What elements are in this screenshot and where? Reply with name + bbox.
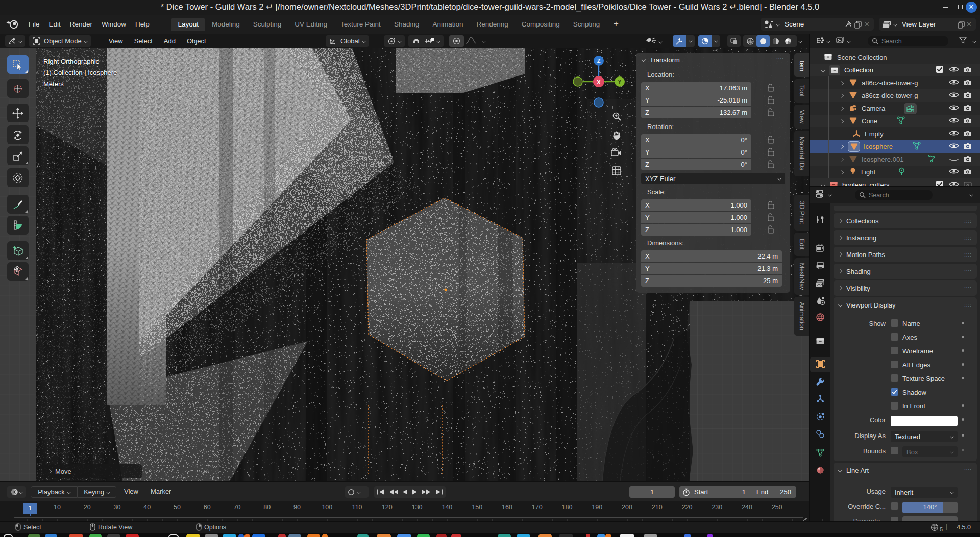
svg-text:Z: Z <box>597 58 601 64</box>
svg-text:X: X <box>597 79 601 85</box>
svg-text:Y: Y <box>618 79 622 85</box>
